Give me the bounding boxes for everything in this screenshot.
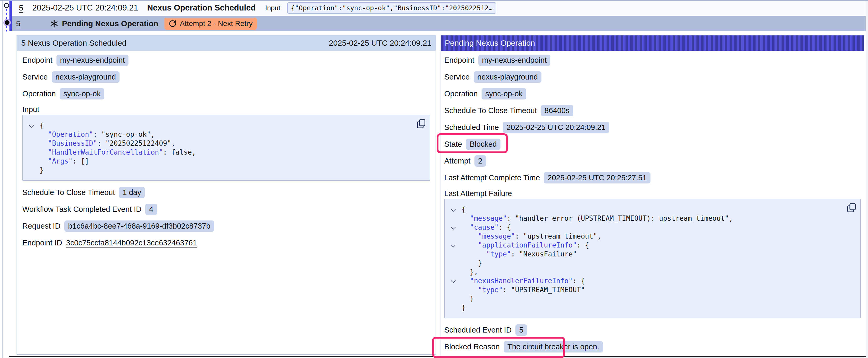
timeline-active-bar — [9, 1, 12, 31]
code-line: }, — [445, 267, 855, 276]
code-line: "type": "NexusFailure" — [445, 250, 855, 259]
code-line: { — [445, 205, 855, 214]
input-section-label: Input — [22, 105, 430, 114]
left-border — [2, 1, 3, 358]
code-line: "cause": { — [445, 223, 855, 232]
field-row: Operationsync-op-ok — [22, 88, 430, 99]
left-panel-timestamp: 2025-02-25 UTC 20:24:09.21 — [329, 39, 431, 47]
field-row: Scheduled Event ID5 — [444, 324, 861, 336]
field-label: Schedule To Close Timeout — [22, 188, 115, 197]
failure-json-viewer: { "message": "handler error (UPSTREAM_TI… — [444, 199, 861, 318]
collapse-chevron-icon[interactable] — [29, 123, 34, 128]
code-line: "HandlerWaitForCancellation": false, — [23, 148, 425, 157]
field-row: Scheduled Time2025-02-25 UTC 20:24:09.21 — [444, 122, 861, 133]
blocked-reason-annotation — [432, 337, 565, 358]
field-value-chip: nexus-playground — [474, 71, 542, 83]
pending-operation-panel: Pending Nexus Operation Endpointmy-nexus… — [440, 35, 864, 357]
field-label: Workflow Task Completed Event ID — [22, 205, 141, 214]
code-line: } — [23, 166, 425, 174]
field-value-chip: my-nexus-endpoint — [57, 55, 129, 66]
collapse-chevron-icon[interactable] — [451, 207, 456, 211]
code-line: "type": "UPSTREAM_TIMEOUT" — [445, 285, 855, 294]
field-value-chip: 4 — [145, 204, 157, 215]
field-value-chip: sync-op-ok — [60, 88, 104, 99]
code-line: } — [445, 303, 855, 312]
input-json-viewer: { "Operation": "sync-op-ok", "BusinessID… — [22, 115, 430, 181]
field-label: Operation — [444, 90, 477, 98]
field-row: Endpoint ID3c0c75ccfa8144b092c13ce632463… — [22, 237, 430, 249]
field-row: Workflow Task Completed Event ID4 — [22, 203, 430, 215]
code-line: "BusinessID": "20250225122409", — [23, 139, 425, 148]
retry-badge-label: Attempt 2 · Next Retry — [180, 20, 252, 28]
event-row-scheduled[interactable]: 5 2025-02-25 UTC 20:24:09.21 Nexus Opera… — [12, 1, 866, 15]
field-value-chip: nexus-playground — [52, 71, 120, 83]
code-line: "Args": [] — [23, 157, 425, 166]
event-marker-open-icon — [4, 3, 9, 8]
field-value-chip: 1 day — [119, 187, 145, 198]
event-input-label: Input — [265, 4, 280, 12]
event-timestamp: 2025-02-25 UTC 20:24:09.21 — [32, 3, 138, 12]
field-label: Schedule To Close Timeout — [444, 106, 537, 115]
retry-icon — [169, 20, 177, 28]
field-value-chip: 2025-02-25 UTC 20:25:27.51 — [544, 172, 650, 184]
field-value-chip: sync-op-ok — [482, 88, 526, 99]
field-value-chip: 2025-02-25 UTC 20:24:09.21 — [503, 122, 609, 133]
field-label: Scheduled Event ID — [444, 326, 512, 334]
event-marker-current-icon — [3, 19, 11, 26]
failure-section-label: Last Attempt Failure — [444, 189, 861, 198]
code-line: "nexusHandlerFailureInfo": { — [445, 276, 855, 285]
field-label: Endpoint — [22, 56, 53, 65]
field-row: Attempt2 — [444, 155, 861, 167]
field-label: Service — [22, 73, 48, 82]
field-value-chip: 2 — [474, 155, 486, 167]
field-value-link[interactable]: 3c0c75ccfa8144b092c13ce632463761 — [66, 238, 197, 247]
right-panel-header: Pending Nexus Operation — [441, 35, 864, 51]
code-line: "Operation": "sync-op-ok", — [23, 130, 425, 139]
code-line: } — [445, 259, 855, 267]
event-id-link[interactable]: 5 — [19, 3, 23, 12]
code-line: { — [23, 121, 425, 130]
right-panel-title: Pending Nexus Operation — [445, 39, 535, 47]
field-label: Last Attempt Complete Time — [444, 173, 540, 182]
retry-badge: Attempt 2 · Next Retry — [164, 18, 257, 30]
code-line: "message": "upstream timeout", — [445, 232, 855, 241]
field-row: Endpointmy-nexus-endpoint — [22, 54, 430, 66]
event-title: Nexus Operation Scheduled — [147, 3, 256, 12]
scrollbar-gutter[interactable] — [866, 1, 868, 358]
field-row: Servicenexus-playground — [22, 71, 430, 83]
field-row: Endpointmy-nexus-endpoint — [444, 54, 861, 66]
collapse-chevron-icon[interactable] — [451, 242, 456, 247]
temporal-event-history-screen: 5 2025-02-25 UTC 20:24:09.21 Nexus Opera… — [0, 0, 868, 358]
field-label: Attempt — [444, 157, 470, 165]
field-value-chip: b1c6a4bc-8ee7-468a-9169-df3b02c8737b — [64, 221, 214, 232]
field-row: Last Attempt Complete Time2025-02-25 UTC… — [444, 172, 861, 184]
field-value-chip: my-nexus-endpoint — [478, 55, 551, 66]
field-value-chip: 5 — [516, 324, 527, 336]
pending-id-link[interactable]: 5 — [16, 19, 21, 28]
scheduled-event-panel: 5 Nexus Operation Scheduled 2025-02-25 U… — [17, 35, 436, 355]
field-label: Service — [444, 73, 470, 82]
state-blocked-annotation — [437, 133, 508, 153]
event-input-preview: {"Operation":"sync-op-ok","BusinessID":"… — [287, 2, 496, 14]
left-panel-title: 5 Nexus Operation Scheduled — [21, 39, 126, 47]
collapse-chevron-icon[interactable] — [451, 225, 456, 229]
pending-asterisk-icon — [50, 20, 58, 28]
code-line: "applicationFailureInfo": { — [445, 241, 855, 250]
pending-title: Pending Nexus Operation — [62, 19, 158, 28]
pending-operation-row[interactable]: 5 Pending Nexus Operation Attempt 2 · Ne… — [12, 16, 866, 31]
code-line: "message": "handler error (UPSTREAM_TIME… — [445, 214, 855, 223]
field-label: Request ID — [22, 222, 60, 230]
field-label: Scheduled Time — [444, 123, 499, 132]
field-label: Operation — [22, 90, 56, 98]
collapse-chevron-icon[interactable] — [451, 278, 456, 283]
field-value-chip: 86400s — [541, 105, 573, 116]
code-line: } — [445, 294, 855, 303]
field-row: Schedule To Close Timeout86400s — [444, 105, 861, 116]
field-label: Endpoint ID — [22, 238, 62, 247]
field-row: Schedule To Close Timeout1 day — [22, 187, 430, 198]
field-row: Request IDb1c6a4bc-8ee7-468a-9169-df3b02… — [22, 220, 430, 232]
field-label: Endpoint — [444, 56, 474, 65]
field-row: Servicenexus-playground — [444, 71, 861, 83]
field-row: Operationsync-op-ok — [444, 88, 861, 99]
left-panel-header: 5 Nexus Operation Scheduled 2025-02-25 U… — [17, 35, 436, 51]
